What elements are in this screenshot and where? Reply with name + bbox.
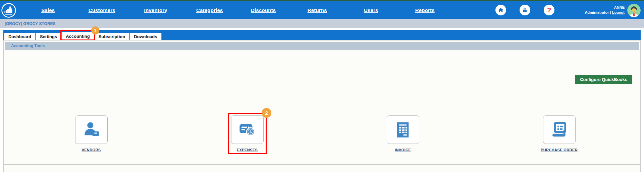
nav-item-customers[interactable]: Customers [75, 7, 129, 13]
dollar-sign: $ [250, 130, 252, 134]
tab-accounting[interactable]: Accounting [61, 32, 94, 40]
breadcrumb: [GROCY] GROCY STORES [5, 21, 56, 26]
bottom-divider-section [4, 164, 640, 171]
tool-purchase-order: PURCHASE ORDER [526, 115, 593, 152]
help-icon[interactable]: ? [544, 5, 554, 15]
main-navigation: Sales Customers Inventory Categories Dis… [21, 1, 452, 19]
section-header-bar: Accounting Tools [5, 42, 639, 50]
navbar-icon-group: ? [495, 5, 554, 15]
avatar-graphic [627, 4, 641, 17]
purchase-order-icon [549, 120, 569, 140]
tool-vendors: VENDORS [58, 115, 125, 152]
nav-item-users[interactable]: Users [344, 7, 398, 13]
vendor-person-icon [82, 120, 101, 140]
invoice-link[interactable]: INVOICE [395, 148, 411, 152]
invoice-document-icon [393, 120, 413, 140]
nav-item-inventory[interactable]: Inventory [129, 7, 183, 13]
configure-quickbooks-button[interactable]: Configure QuickBooks [575, 75, 632, 84]
app-logo-icon[interactable] [1, 3, 16, 18]
user-separator: | [610, 10, 611, 14]
page: Sales Customers Inventory Categories Dis… [0, 0, 644, 172]
user-name: ANNE [585, 5, 625, 10]
tab-accounting-wrapper: Accounting 1 [61, 32, 94, 40]
tool-invoice: INVOICE [369, 115, 436, 152]
purchase-order-link[interactable]: PURCHASE ORDER [541, 148, 578, 152]
lock-icon[interactable] [520, 5, 530, 15]
nav-item-sales[interactable]: Sales [21, 7, 75, 13]
vendors-link[interactable]: VENDORS [82, 148, 101, 152]
nav-item-categories[interactable]: Categories [183, 7, 237, 13]
avatar[interactable] [627, 4, 641, 17]
tab-dashboard[interactable]: Dashboard [4, 33, 36, 40]
user-role: Administrator [585, 10, 609, 14]
tab-downloads[interactable]: Downloads [129, 33, 161, 40]
empty-section [4, 51, 640, 68]
question-mark-glyph: ? [547, 7, 551, 13]
invoice-card[interactable] [387, 115, 419, 144]
nav-item-returns[interactable]: Returns [290, 7, 344, 13]
tab-subscription[interactable]: Subscription [94, 33, 129, 40]
purchase-order-card[interactable] [543, 115, 576, 144]
lock-glyph [522, 7, 528, 13]
tool-expenses: $ EXPENSES 2 [214, 115, 281, 152]
vendors-card[interactable] [75, 115, 108, 144]
accounting-tools-section: VENDORS $ EXPENSES 2 [4, 94, 640, 164]
nav-item-discounts[interactable]: Discounts [236, 7, 290, 13]
user-role-row: Administrator | Logout [585, 10, 625, 15]
expenses-card[interactable]: $ [231, 115, 264, 144]
section-title: Accounting Tools [11, 44, 45, 48]
quickbooks-section: Configure QuickBooks [4, 68, 640, 94]
logo-graphic [1, 3, 16, 18]
logout-link[interactable]: Logout [612, 10, 625, 14]
expenses-card-icon: $ [237, 120, 257, 140]
tab-bar: Dashboard Settings Accounting 1 Subscrip… [3, 30, 641, 40]
home-glyph [497, 7, 504, 13]
tab-settings[interactable]: Settings [36, 33, 61, 40]
expenses-link[interactable]: EXPENSES [237, 148, 258, 152]
home-icon[interactable] [495, 5, 506, 15]
annotation-step-badge-1: 1 [91, 26, 99, 34]
nav-item-reports[interactable]: Reports [398, 7, 452, 13]
top-navbar: Sales Customers Inventory Categories Dis… [0, 0, 644, 19]
user-info: ANNE Administrator | Logout [585, 5, 625, 15]
annotation-step-badge-2: 2 [262, 108, 271, 118]
accounting-panel: Accounting Tools Configure QuickBooks VE… [3, 40, 641, 172]
